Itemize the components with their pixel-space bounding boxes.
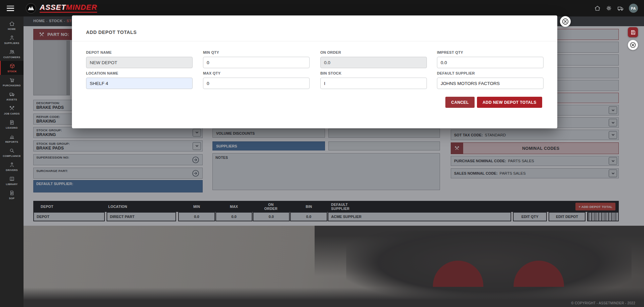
app-window: ASSETMINDER PA HOME SUPPLIERS bbox=[0, 0, 644, 307]
sidebar-item-purchasing[interactable]: PURCHASING bbox=[0, 75, 24, 89]
sidebar-item-label: CUSTOMERS bbox=[3, 56, 20, 59]
sidebar-item-drivers[interactable]: DRIVERS bbox=[0, 160, 24, 174]
location-name-label: LOCATION NAME bbox=[86, 71, 193, 75]
bin-stock-label: BIN STOCK bbox=[320, 71, 427, 75]
modal-close-button[interactable] bbox=[560, 16, 571, 27]
imprest-qty-label: IMPREST QTY bbox=[437, 50, 544, 54]
customers-icon bbox=[9, 49, 15, 55]
reports-icon bbox=[9, 134, 15, 139]
hamburger-menu-icon[interactable] bbox=[7, 6, 14, 11]
imprest-qty-field[interactable] bbox=[437, 57, 544, 68]
close-circle-icon bbox=[562, 18, 569, 25]
home-icon bbox=[9, 21, 15, 27]
top-bar-actions: PA bbox=[594, 4, 644, 13]
sidebar-item-label: PURCHASING bbox=[3, 84, 21, 87]
home-icon[interactable] bbox=[594, 5, 601, 11]
supplier-icon bbox=[9, 35, 15, 41]
modal-title: ADD DEPOT TOTALS bbox=[86, 30, 137, 35]
sidebar-item-label: ASSETS bbox=[6, 98, 17, 101]
save-icon bbox=[630, 30, 636, 35]
purchasing-icon bbox=[9, 77, 15, 83]
sidebar-item-label: LIBRARY bbox=[6, 183, 17, 186]
sidebar-item-suppliers[interactable]: SUPPLIERS bbox=[0, 33, 24, 47]
stock-icon bbox=[9, 63, 15, 69]
sidebar-item-library[interactable]: LIBRARY bbox=[0, 174, 24, 188]
on-order-group: ON ORDER bbox=[320, 50, 427, 68]
depot-name-field[interactable] bbox=[86, 57, 193, 68]
brand-logo: ASSETMINDER bbox=[26, 3, 97, 14]
sidebar-item-compliance[interactable]: COMPLIANCE bbox=[0, 145, 24, 160]
job-cards-icon bbox=[9, 105, 15, 111]
sidebar-item-customers[interactable]: CUSTOMERS bbox=[0, 47, 24, 61]
location-name-field[interactable] bbox=[86, 78, 193, 89]
brand-wordmark: ASSETMINDER bbox=[40, 4, 97, 13]
brand-asset-text: ASSET bbox=[40, 3, 66, 11]
sidebar-item-label: REPORTS bbox=[5, 140, 18, 143]
user-avatar[interactable]: PA bbox=[629, 4, 638, 13]
sidebar-item-label: SOP bbox=[9, 197, 15, 200]
cancel-button[interactable]: CANCEL bbox=[445, 97, 474, 108]
add-depot-totals-modal: ADD DEPOT TOTALS DEPOT NAME MIN QTY ON O… bbox=[72, 15, 557, 128]
close-circle-icon bbox=[630, 42, 636, 48]
depot-name-label: DEPOT NAME bbox=[86, 50, 193, 54]
sidebar-item-leasing[interactable]: LEASING bbox=[0, 117, 24, 131]
compliance-icon bbox=[9, 148, 15, 154]
max-qty-field[interactable] bbox=[203, 78, 310, 89]
brand-minder-text: MINDER bbox=[66, 3, 97, 11]
drivers-icon bbox=[9, 162, 15, 168]
fleet-icon[interactable] bbox=[617, 5, 624, 12]
top-bar: ASSETMINDER PA bbox=[0, 0, 644, 16]
max-qty-group: MAX QTY bbox=[203, 71, 310, 89]
sidebar-item-label: LEASING bbox=[6, 126, 17, 129]
default-supplier-label: DEFAULT SUPPLIER bbox=[437, 71, 544, 75]
on-order-label: ON ORDER bbox=[320, 50, 427, 54]
min-qty-group: MIN QTY bbox=[203, 50, 310, 68]
max-qty-label: MAX QTY bbox=[203, 71, 310, 75]
sidebar-nav: HOME SUPPLIERS CUSTOMERS STOCK PURCHASIN… bbox=[0, 16, 24, 307]
assetminder-logo-icon bbox=[26, 3, 36, 14]
sidebar-item-label: SUPPLIERS bbox=[4, 42, 19, 45]
leasing-icon bbox=[9, 120, 15, 125]
save-record-button[interactable] bbox=[628, 27, 638, 37]
modal-divider bbox=[72, 41, 557, 41]
bin-stock-group: BIN STOCK bbox=[320, 71, 427, 89]
sidebar-item-label: DRIVERS bbox=[6, 169, 17, 172]
sidebar-item-label: HOME bbox=[8, 28, 16, 31]
min-qty-label: MIN QTY bbox=[203, 50, 310, 54]
depot-name-group: DEPOT NAME bbox=[86, 50, 193, 68]
gear-icon[interactable] bbox=[606, 5, 612, 11]
sidebar-item-stock[interactable]: STOCK bbox=[0, 61, 24, 75]
sidebar-item-label: JOB CARDS bbox=[4, 112, 20, 115]
sidebar-item-job-cards[interactable]: JOB CARDS bbox=[0, 103, 24, 117]
sop-icon bbox=[9, 190, 15, 196]
sidebar-item-home[interactable]: HOME bbox=[0, 18, 24, 33]
library-icon bbox=[9, 176, 15, 182]
assets-icon bbox=[9, 91, 15, 97]
sidebar-item-assets[interactable]: ASSETS bbox=[0, 89, 24, 103]
sidebar-item-label: STOCK bbox=[7, 70, 17, 73]
location-name-group: LOCATION NAME bbox=[86, 71, 193, 89]
imprest-qty-group: IMPREST QTY bbox=[437, 50, 544, 68]
min-qty-field[interactable] bbox=[203, 57, 310, 68]
sidebar-item-reports[interactable]: REPORTS bbox=[0, 131, 24, 145]
add-new-depot-totals-button[interactable]: ADD NEW DEPOT TOTALS bbox=[477, 97, 542, 108]
modal-actions: CANCEL ADD NEW DEPOT TOTALS bbox=[445, 97, 542, 108]
on-order-field[interactable] bbox=[320, 57, 427, 68]
close-record-button[interactable] bbox=[628, 40, 638, 50]
bin-stock-field[interactable] bbox=[320, 78, 427, 89]
sidebar-item-sop[interactable]: SOP bbox=[0, 188, 24, 202]
sidebar-item-label: COMPLIANCE bbox=[3, 155, 21, 158]
default-supplier-group: DEFAULT SUPPLIER bbox=[437, 71, 544, 89]
default-supplier-field[interactable] bbox=[437, 78, 544, 89]
